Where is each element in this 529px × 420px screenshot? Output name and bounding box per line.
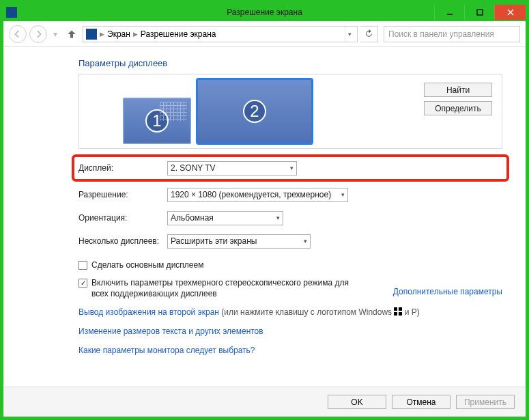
enable-3d-label: Включить параметры трехмерного стереоско… <box>91 277 352 299</box>
display-thumbnail-2[interactable]: 2 <box>197 79 313 144</box>
multiple-displays-value: Расширить эти экраны <box>171 236 257 246</box>
ok-button[interactable]: OK <box>328 395 386 409</box>
svg-rect-1 <box>477 10 483 15</box>
which-params-link[interactable]: Какие параметры монитора следует выбрать… <box>78 346 255 355</box>
display-select-value: 2. SONY TV <box>171 163 216 173</box>
display-label: Дисплей: <box>78 163 167 173</box>
close-button[interactable] <box>494 5 526 20</box>
second-screen-hint: (или нажмите клавишу с логотипом Windows <box>219 307 394 317</box>
chevron-down-icon: ▾ <box>341 191 345 198</box>
title-bar: Разрешение экрана <box>3 3 526 21</box>
search-input[interactable]: Поиск в панели управления <box>384 26 520 42</box>
display-thumbnail-1[interactable]: 1 <box>123 98 191 144</box>
orientation-select-value: Альбомная <box>171 213 214 223</box>
window-frame: Разрешение экрана ▾ ▶ Экран <box>0 0 529 420</box>
identify-button[interactable]: Определить <box>424 101 492 115</box>
make-main-label: Сделать основным дисплеем <box>91 260 203 270</box>
resolution-select-value: 1920 × 1080 (рекомендуется, трехмерное) <box>171 190 331 199</box>
calendar-grid-icon <box>160 102 187 121</box>
forward-button[interactable] <box>29 25 47 43</box>
window-title: Разрешение экрана <box>227 8 302 17</box>
back-button[interactable] <box>9 25 27 43</box>
resolution-label: Разрешение: <box>78 190 167 199</box>
detect-button[interactable]: Найти <box>424 83 492 97</box>
caption-buttons <box>434 5 526 20</box>
toolbar: ▾ ▶ Экран ▶ Разрешение экрана ▾ Поиск в … <box>3 21 526 47</box>
multiple-displays-select[interactable]: Расширить эти экраны ▾ <box>167 234 311 249</box>
search-placeholder: Поиск в панели управления <box>388 29 494 39</box>
apply-button[interactable]: Применить <box>456 395 515 409</box>
chevron-down-icon: ▾ <box>276 214 280 221</box>
cancel-button[interactable]: Отмена <box>392 395 451 409</box>
content-pane: Параметры дисплеев 1 2 Найти Определить … <box>3 47 526 387</box>
maximize-button[interactable] <box>464 5 494 20</box>
display-number-badge: 2 <box>243 100 266 123</box>
app-icon <box>6 7 17 18</box>
make-main-checkbox[interactable] <box>78 261 87 270</box>
up-button[interactable] <box>63 26 80 42</box>
address-bar[interactable]: ▶ Экран ▶ Разрешение экрана ▾ <box>83 26 358 42</box>
breadcrumb-item[interactable]: Экран <box>107 29 130 39</box>
windows-logo-icon <box>394 307 402 316</box>
multiple-displays-label: Несколько дисплеев: <box>78 236 167 246</box>
second-screen-link[interactable]: Вывод изображения на второй экран <box>78 307 219 317</box>
chevron-down-icon: ▾ <box>290 165 294 171</box>
address-dropdown-icon[interactable]: ▾ <box>345 27 354 42</box>
orientation-label: Ориентация: <box>78 213 167 223</box>
resolution-select[interactable]: 1920 × 1080 (рекомендуется, трехмерное) … <box>167 188 348 202</box>
breadcrumb-item[interactable]: Разрешение экрана <box>141 29 216 39</box>
advanced-settings-link[interactable]: Дополнительные параметры <box>393 287 502 296</box>
refresh-button[interactable] <box>360 26 378 42</box>
minimize-button[interactable] <box>434 5 464 20</box>
chevron-right-icon: ▶ <box>100 31 104 38</box>
dialog-footer: OK Отмена Применить <box>3 387 526 417</box>
settings-form: Дисплей: 2. SONY TV ▾ Разрешение: 1920 ×… <box>78 154 502 356</box>
second-screen-hint-tail: и P) <box>402 307 419 317</box>
address-icon <box>86 29 97 40</box>
highlighted-row: Дисплей: 2. SONY TV ▾ <box>72 154 509 182</box>
chevron-right-icon: ▶ <box>133 31 138 38</box>
nav-history-dropdown[interactable]: ▾ <box>50 26 61 42</box>
display-preview-box: 1 2 Найти Определить <box>78 74 502 149</box>
page-heading: Параметры дисплеев <box>78 58 502 68</box>
enable-3d-checkbox[interactable]: ✓ <box>78 279 87 288</box>
resize-text-link[interactable]: Изменение размеров текста и других элеме… <box>78 326 263 336</box>
display-thumbnails: 1 2 <box>123 79 313 144</box>
orientation-select[interactable]: Альбомная ▾ <box>167 211 283 225</box>
chevron-down-icon: ▾ <box>304 238 307 244</box>
display-select[interactable]: 2. SONY TV ▾ <box>167 161 297 176</box>
